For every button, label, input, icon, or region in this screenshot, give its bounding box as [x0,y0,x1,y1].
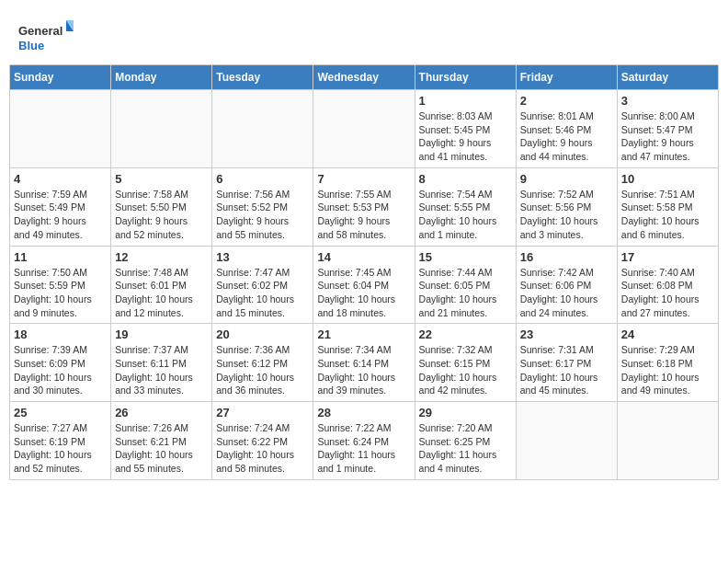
day-number: 13 [216,250,309,264]
day-info: Sunrise: 8:00 AMSunset: 5:47 PMDaylight:… [621,109,714,164]
logo-svg: General Blue [18,18,74,60]
calendar-week-row: 18Sunrise: 7:39 AMSunset: 6:09 PMDayligh… [10,324,719,402]
calendar-header-tuesday: Tuesday [212,65,313,90]
day-number: 29 [419,406,512,419]
day-number: 14 [317,250,410,264]
day-number: 5 [115,172,208,186]
day-number: 15 [419,250,512,264]
day-info: Sunrise: 7:32 AMSunset: 6:15 PMDaylight:… [419,343,512,397]
day-info: Sunrise: 7:51 AMSunset: 5:58 PMDaylight:… [621,188,714,242]
calendar-cell [313,90,415,168]
calendar-cell: 9Sunrise: 7:52 AMSunset: 5:56 PMDaylight… [516,167,617,246]
day-number: 22 [419,327,512,341]
day-info: Sunrise: 7:36 AMSunset: 6:12 PMDaylight:… [216,343,309,397]
calendar-header-saturday: Saturday [617,65,718,90]
day-number: 12 [115,250,208,264]
calendar-cell: 8Sunrise: 7:54 AMSunset: 5:55 PMDaylight… [415,167,516,246]
calendar-cell: 17Sunrise: 7:40 AMSunset: 6:08 PMDayligh… [617,246,718,324]
day-number: 19 [115,327,208,341]
page-header: General Blue [9,9,719,64]
calendar-cell: 23Sunrise: 7:31 AMSunset: 6:17 PMDayligh… [516,324,617,402]
day-info: Sunrise: 8:03 AMSunset: 5:45 PMDaylight:… [419,109,512,164]
day-number: 10 [621,172,714,186]
calendar-cell: 24Sunrise: 7:29 AMSunset: 6:18 PMDayligh… [617,324,718,402]
day-number: 4 [14,172,107,186]
day-info: Sunrise: 7:37 AMSunset: 6:11 PMDaylight:… [115,343,208,397]
day-number: 6 [216,172,309,186]
day-number: 27 [216,406,309,419]
calendar-cell: 14Sunrise: 7:45 AMSunset: 6:04 PMDayligh… [313,246,415,324]
day-info: Sunrise: 7:31 AMSunset: 6:17 PMDaylight:… [520,343,613,397]
calendar-header-row: SundayMondayTuesdayWednesdayThursdayFrid… [10,65,719,90]
day-number: 9 [520,172,613,186]
calendar-cell: 22Sunrise: 7:32 AMSunset: 6:15 PMDayligh… [415,324,516,402]
calendar-cell: 3Sunrise: 8:00 AMSunset: 5:47 PMDaylight… [617,90,718,168]
day-info: Sunrise: 7:39 AMSunset: 6:09 PMDaylight:… [14,343,107,397]
calendar-cell [10,90,111,168]
day-number: 23 [520,327,613,341]
day-info: Sunrise: 7:22 AMSunset: 6:24 PMDaylight:… [317,421,410,476]
calendar-header-wednesday: Wednesday [313,65,415,90]
calendar-cell: 11Sunrise: 7:50 AMSunset: 5:59 PMDayligh… [10,246,111,324]
day-info: Sunrise: 7:44 AMSunset: 6:05 PMDaylight:… [419,266,512,320]
day-info: Sunrise: 8:01 AMSunset: 5:46 PMDaylight:… [520,109,613,164]
calendar-cell: 7Sunrise: 7:55 AMSunset: 5:53 PMDaylight… [313,167,415,246]
calendar-cell: 10Sunrise: 7:51 AMSunset: 5:58 PMDayligh… [617,167,718,246]
logo: General Blue [18,18,74,60]
calendar-cell: 2Sunrise: 8:01 AMSunset: 5:46 PMDaylight… [516,90,617,168]
day-info: Sunrise: 7:26 AMSunset: 6:21 PMDaylight:… [115,421,208,476]
day-number: 26 [115,406,208,419]
day-info: Sunrise: 7:29 AMSunset: 6:18 PMDaylight:… [621,343,714,397]
calendar-cell: 1Sunrise: 8:03 AMSunset: 5:45 PMDaylight… [415,90,516,168]
day-number: 17 [621,250,714,264]
day-info: Sunrise: 7:40 AMSunset: 6:08 PMDaylight:… [621,266,714,320]
day-info: Sunrise: 7:54 AMSunset: 5:55 PMDaylight:… [419,188,512,242]
calendar-cell [516,402,617,480]
calendar-cell: 15Sunrise: 7:44 AMSunset: 6:05 PMDayligh… [415,246,516,324]
day-info: Sunrise: 7:24 AMSunset: 6:22 PMDaylight:… [216,421,309,476]
calendar-cell: 27Sunrise: 7:24 AMSunset: 6:22 PMDayligh… [212,402,313,480]
calendar-cell: 20Sunrise: 7:36 AMSunset: 6:12 PMDayligh… [212,324,313,402]
day-info: Sunrise: 7:20 AMSunset: 6:25 PMDaylight:… [419,421,512,476]
calendar-cell: 13Sunrise: 7:47 AMSunset: 6:02 PMDayligh… [212,246,313,324]
calendar-cell: 19Sunrise: 7:37 AMSunset: 6:11 PMDayligh… [111,324,212,402]
calendar-cell: 16Sunrise: 7:42 AMSunset: 6:06 PMDayligh… [516,246,617,324]
day-number: 25 [14,406,107,419]
day-number: 8 [419,172,512,186]
calendar-cell: 12Sunrise: 7:48 AMSunset: 6:01 PMDayligh… [111,246,212,324]
calendar-cell: 18Sunrise: 7:39 AMSunset: 6:09 PMDayligh… [10,324,111,402]
day-number: 11 [14,250,107,264]
calendar-cell: 25Sunrise: 7:27 AMSunset: 6:19 PMDayligh… [10,402,111,480]
day-number: 7 [317,172,410,186]
day-info: Sunrise: 7:47 AMSunset: 6:02 PMDaylight:… [216,266,309,320]
calendar-cell: 6Sunrise: 7:56 AMSunset: 5:52 PMDaylight… [212,167,313,246]
calendar-week-row: 1Sunrise: 8:03 AMSunset: 5:45 PMDaylight… [10,90,719,168]
day-number: 28 [317,406,410,419]
day-number: 2 [520,94,613,108]
day-number: 18 [14,327,107,341]
day-info: Sunrise: 7:58 AMSunset: 5:50 PMDaylight:… [115,188,208,242]
calendar-cell [111,90,212,168]
svg-text:General: General [18,24,63,38]
calendar-cell: 26Sunrise: 7:26 AMSunset: 6:21 PMDayligh… [111,402,212,480]
day-info: Sunrise: 7:55 AMSunset: 5:53 PMDaylight:… [317,188,410,242]
calendar-header-monday: Monday [111,65,212,90]
calendar-header-sunday: Sunday [10,65,111,90]
calendar-cell: 5Sunrise: 7:58 AMSunset: 5:50 PMDaylight… [111,167,212,246]
day-info: Sunrise: 7:56 AMSunset: 5:52 PMDaylight:… [216,188,309,242]
calendar-cell [617,402,718,480]
calendar-cell: 21Sunrise: 7:34 AMSunset: 6:14 PMDayligh… [313,324,415,402]
day-info: Sunrise: 7:59 AMSunset: 5:49 PMDaylight:… [14,188,107,242]
day-info: Sunrise: 7:50 AMSunset: 5:59 PMDaylight:… [14,266,107,320]
calendar-table: SundayMondayTuesdayWednesdayThursdayFrid… [9,64,719,480]
day-number: 3 [621,94,714,108]
day-info: Sunrise: 7:48 AMSunset: 6:01 PMDaylight:… [115,266,208,320]
calendar-header-friday: Friday [516,65,617,90]
day-info: Sunrise: 7:45 AMSunset: 6:04 PMDaylight:… [317,266,410,320]
day-info: Sunrise: 7:52 AMSunset: 5:56 PMDaylight:… [520,188,613,242]
day-info: Sunrise: 7:42 AMSunset: 6:06 PMDaylight:… [520,266,613,320]
day-number: 21 [317,327,410,341]
day-number: 1 [419,94,512,108]
calendar-cell [212,90,313,168]
svg-text:Blue: Blue [18,39,44,52]
